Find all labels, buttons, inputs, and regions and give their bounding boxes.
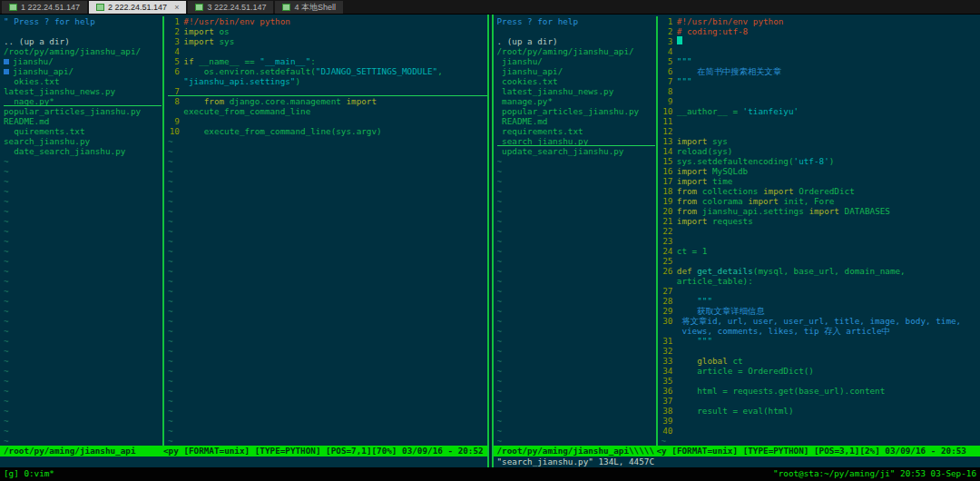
code-token: """ [677,336,712,346]
session-tab[interactable]: 2 222.24.51.147× [89,1,186,14]
session-tab[interactable]: 4 本地Shell [275,1,343,14]
tilde-line: ~ [4,356,162,366]
tilde: ~ [4,226,9,236]
code-token: collections [702,186,763,196]
line-number: 18 [662,186,673,196]
tree-row-label: quirements.txt [4,126,85,136]
line-number: 40 [662,426,673,436]
tree-row-label: okies.txt [4,76,60,86]
tmux-pane-border[interactable] [487,15,494,467]
tilde: ~ [4,426,9,436]
code-token: colorama [702,196,748,206]
tree-row [4,26,162,36]
tilde: ~ [4,436,9,446]
tilde-line: ~ [497,296,655,306]
tilde: ~ [4,316,9,326]
window-separator-left[interactable] [162,16,164,446]
tilde-line: ~ [168,256,487,266]
tree-row[interactable]: latest_jianshu_news.py [4,86,162,96]
window-separator-right[interactable] [656,16,658,446]
tree-row[interactable]: nage.py* [4,96,162,106]
tree-row[interactable]: okies.txt [4,76,162,86]
tree-row[interactable]: update_search_jianshu.py [497,146,655,156]
tilde: ~ [168,296,173,306]
tilde-line: ~ [4,156,162,166]
code-token: ) [295,76,300,86]
tilde-line: ~ [4,306,162,316]
tilde: ~ [4,216,9,226]
tilde-line: ~ [497,196,655,206]
line-number: 28 [662,296,673,306]
nerdtree-left[interactable]: " Press ? for help .. (up a dir)/root/py… [0,16,162,446]
tilde-line: ~ [497,436,655,446]
tree-row[interactable]: README.md [497,116,655,126]
code-token: #!/usr/bin/env python [677,16,784,26]
tilde-line: ~ [497,286,655,296]
tilde: ~ [497,306,503,316]
terminal-window: 1 222.24.51.1472 222.24.51.147×3 222.24.… [0,0,980,481]
line-number: 19 [662,196,673,206]
tilde-line: ~ [168,176,487,186]
tilde: ~ [4,326,9,336]
code-line: 26def get_details(mysql, base_url, domai… [662,266,980,276]
code-token: ct = [677,246,702,256]
tilde-line: ~ [4,396,162,406]
code-line: 35 [662,376,980,386]
tree-dir-row[interactable]: jianshu/ [4,56,162,66]
tree-row[interactable]: README.md [4,116,162,126]
tree-row[interactable]: latest_jianshu_news.py [497,86,655,96]
tilde-line: ~ [4,226,162,236]
tree-row[interactable]: /root/py/aming/jianshu_api/ [497,46,655,56]
tree-row[interactable]: cookies.txt [497,76,655,86]
tilde-line: ~ [4,176,162,186]
tilde-line: ~ [497,176,655,186]
tree-row[interactable]: popular_articles_jianshu.py [497,106,655,116]
tilde-line: ~ [4,216,162,226]
tree-row-label: date_search_jianshu.py [4,146,125,156]
tree-row[interactable]: search_jianshu.py [4,136,162,146]
tilde-line: ~ [4,416,162,426]
dir-node-icon[interactable] [4,69,9,74]
tree-row[interactable]: popular_articles_jianshu.py [4,106,162,116]
tree-row[interactable]: jianshu_api/ [497,66,655,76]
tree-row[interactable]: requirements.txt [497,126,655,136]
line-number: 8 [168,96,180,106]
tilde-line: ~ [497,256,655,266]
session-tab[interactable]: 1 222.24.51.147 [2,1,87,14]
session-tab[interactable]: 3 222.24.51.147 [188,1,273,14]
code-token: from [677,196,702,206]
tab-close-icon[interactable]: × [174,4,179,12]
tilde-line: ~ [497,406,655,416]
code-token: ) [829,156,835,166]
tilde: ~ [4,206,9,216]
tree-row[interactable]: jianshu/ [497,56,655,66]
line-number: 20 [662,206,673,216]
tilde-line: ~ [168,406,487,416]
code-token: import [677,176,712,186]
tree-row-label: /root/py/aming/jianshu_api/ [497,46,634,56]
tilde-line: ~ [497,426,655,436]
code-token: "DJANGO_SETTINGS_MODULE" [316,66,437,76]
nerdtree-right[interactable]: Press ? for help . (up a dir)/root/py/am… [494,16,655,446]
tree-row[interactable]: manage.py* [497,96,655,106]
tree-row[interactable]: quirements.txt [4,126,162,136]
code-token: 将文章id, url, user, user_url, title, image… [677,316,961,326]
tilde: ~ [497,386,503,396]
code-token: DATABASES [845,206,890,216]
tree-dir-row[interactable]: jianshu_api/ [4,66,162,76]
tilde-line: ~ [4,276,162,286]
tree-row[interactable]: /root/py/aming/jianshu_api/ [4,46,162,56]
dir-node-icon[interactable] [4,59,9,64]
tree-row[interactable]: search_jianshu.py [497,136,655,146]
code-line: 3 [662,36,980,46]
tilde-line: ~ [497,386,655,396]
editor-right[interactable]: 1#!/usr/bin/env python2# coding:utf-8345… [659,16,980,446]
tilde-line: ~ [4,236,162,246]
tilde-line: ~ [168,216,487,226]
tilde-line: ~ [168,366,487,376]
tilde: ~ [168,136,173,146]
code-line: 17import time [662,176,980,186]
editor-left[interactable]: 1#!/usr/bin/env python2import os3import … [165,16,487,446]
tree-row[interactable]: date_search_jianshu.py [4,146,162,156]
code-token: """ [677,296,712,306]
